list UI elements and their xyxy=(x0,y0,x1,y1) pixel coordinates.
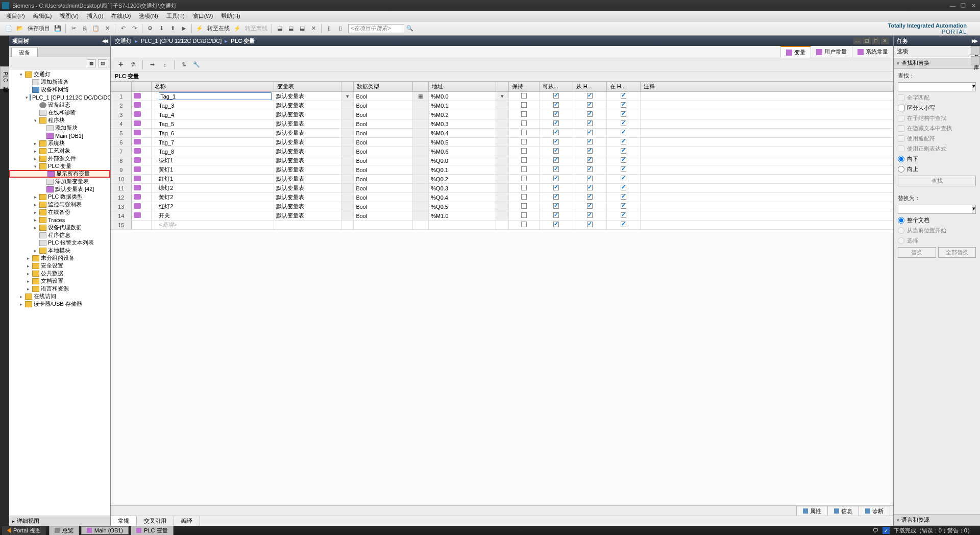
tree-item-1[interactable]: 添加新设备 xyxy=(9,78,110,86)
tree-item-16[interactable]: ▸PLC 数据类型 xyxy=(9,193,110,201)
accessible-cell[interactable] xyxy=(539,202,573,211)
go-online-icon[interactable]: ⚡ xyxy=(194,23,205,34)
tree-item-3[interactable]: ▾PLC_1 [CPU 1212C DC/DC/DC] xyxy=(9,93,110,101)
wildcard-checkbox[interactable] xyxy=(898,135,904,142)
datatype-dd-icon[interactable]: ▦ xyxy=(412,92,428,101)
comment-cell[interactable] xyxy=(640,129,893,138)
address-cell[interactable]: %M0.0 xyxy=(429,92,496,101)
tag-sort-icon[interactable]: ⇅ xyxy=(179,60,189,70)
detail-view-header[interactable]: 详细视图 xyxy=(9,516,110,526)
copy-icon[interactable]: ⎘ xyxy=(80,23,90,34)
address-dd-icon[interactable] xyxy=(496,156,509,165)
tree-item-21[interactable]: 程序信息 xyxy=(9,231,110,239)
table-dd-icon[interactable] xyxy=(341,138,354,147)
find-button[interactable]: 查找 xyxy=(898,176,976,186)
checkbox-icon[interactable] xyxy=(553,176,559,181)
datatype-dd-icon[interactable] xyxy=(412,175,428,184)
tree-item-14[interactable]: 添加新变量表 xyxy=(9,178,110,185)
comment-cell[interactable] xyxy=(640,92,893,101)
accessible-cell[interactable] xyxy=(539,175,573,184)
table-row[interactable]: 4Tag_5默认变量表Bool%M0.3 xyxy=(111,119,893,129)
tag-table-cell[interactable]: 默认变量表 xyxy=(274,92,341,101)
visible-cell[interactable] xyxy=(606,101,640,110)
checkbox-icon[interactable] xyxy=(521,176,527,181)
checkbox-icon[interactable] xyxy=(587,185,593,190)
tree-item-15[interactable]: 默认变量表 [42] xyxy=(9,185,110,193)
retain-cell[interactable] xyxy=(509,119,539,129)
checkbox-icon[interactable] xyxy=(521,157,527,163)
tool-icon-2[interactable]: ⬓ xyxy=(286,23,296,34)
retain-cell[interactable] xyxy=(509,110,539,119)
download-icon[interactable]: ⬇ xyxy=(156,23,166,34)
go-online-button[interactable]: 转至在线 xyxy=(207,25,230,32)
tag-name-cell[interactable]: Tag_3 xyxy=(152,101,274,110)
datatype-dd-icon[interactable] xyxy=(412,101,428,110)
tree-expand-icon[interactable]: ▤ xyxy=(98,59,107,67)
minimize-button[interactable]: — xyxy=(948,2,958,9)
ed-min-icon[interactable]: — xyxy=(853,37,862,44)
tag-table-cell[interactable]: 默认变量表 xyxy=(274,101,341,110)
tree-toggle-icon[interactable]: ▾ xyxy=(33,118,38,123)
accessible-cell[interactable] xyxy=(539,156,573,165)
split-icon-1[interactable]: ▯ xyxy=(324,23,334,34)
datatype-cell[interactable]: Bool xyxy=(354,101,413,110)
checkbox-icon[interactable] xyxy=(587,194,593,200)
retain-cell[interactable] xyxy=(509,202,539,211)
address-cell[interactable]: %Q0.2 xyxy=(429,175,496,184)
table-row[interactable]: 9黄灯1默认变量表Bool%Q0.1 xyxy=(111,165,893,175)
checkbox-icon[interactable] xyxy=(553,93,559,99)
checkbox-icon[interactable] xyxy=(521,111,527,117)
footer-tab-1[interactable]: 交叉引用 xyxy=(137,516,174,526)
checkbox-icon[interactable] xyxy=(587,157,593,163)
checkbox-icon[interactable] xyxy=(621,194,626,200)
retain-cell[interactable] xyxy=(509,138,539,147)
tree-toggle-icon[interactable]: ▾ xyxy=(26,95,28,100)
datatype-cell[interactable]: Bool xyxy=(354,202,413,211)
address-cell[interactable]: %Q0.5 xyxy=(429,202,496,211)
comment-cell[interactable] xyxy=(640,119,893,129)
tree-item-4[interactable]: 设备组态 xyxy=(9,101,110,109)
accessible-cell[interactable] xyxy=(539,147,573,156)
table-row[interactable]: 14开关默认变量表Bool%M1.0 xyxy=(111,211,893,221)
visible-cell[interactable] xyxy=(606,119,640,129)
accessible-cell[interactable] xyxy=(539,165,573,175)
go-offline-icon[interactable]: ⚡ xyxy=(232,23,242,34)
checkbox-icon[interactable] xyxy=(621,212,626,218)
datatype-cell[interactable]: Bool xyxy=(354,193,413,202)
table-dd-icon[interactable] xyxy=(341,202,354,211)
table-row[interactable]: 8绿灯1默认变量表Bool%Q0.0 xyxy=(111,156,893,165)
tree-item-26[interactable]: ▸公共数据 xyxy=(9,270,110,277)
address-cell[interactable]: %M0.5 xyxy=(429,138,496,147)
checkbox-icon[interactable] xyxy=(587,176,593,181)
datatype-dd-icon[interactable] xyxy=(412,119,428,129)
table-row[interactable]: 5Tag_6默认变量表Bool%M0.4 xyxy=(111,129,893,138)
tree-item-18[interactable]: ▸在线备份 xyxy=(9,208,110,216)
collapse-panel-icon[interactable]: ◀◀ xyxy=(102,38,107,43)
view-tab-2[interactable]: 系统常量 xyxy=(852,46,893,58)
checkbox-icon[interactable] xyxy=(587,139,593,144)
table-row[interactable]: 3Tag_4默认变量表Bool%M0.2 xyxy=(111,110,893,119)
tag-name-cell[interactable]: Tag_7 xyxy=(152,138,274,147)
tree-item-29[interactable]: ▸在线访问 xyxy=(9,293,110,300)
datatype-cell[interactable]: Bool xyxy=(354,165,413,175)
tool-icon-3[interactable]: ⬓ xyxy=(297,23,307,34)
checkbox-icon[interactable] xyxy=(553,203,559,209)
address-dd-icon[interactable] xyxy=(496,193,509,202)
dir-up-radio[interactable] xyxy=(898,166,904,173)
comment-cell[interactable] xyxy=(640,156,893,165)
project-tree[interactable]: ▾交通灯添加新设备设备和网络▾PLC_1 [CPU 1212C DC/DC/DC… xyxy=(9,69,110,516)
checkbox-icon[interactable] xyxy=(553,111,559,117)
tag-table-cell[interactable]: 默认变量表 xyxy=(274,211,341,221)
comment-cell[interactable] xyxy=(640,175,893,184)
checkbox-icon[interactable] xyxy=(587,212,593,218)
redo-icon[interactable]: ↷ xyxy=(129,23,139,34)
left-vertical-tab[interactable]: PLC 编程 xyxy=(0,66,9,89)
table-dd-icon[interactable] xyxy=(341,129,354,138)
accessible-cell[interactable] xyxy=(539,110,573,119)
tag-name-cell[interactable] xyxy=(152,92,274,101)
checkbox-icon[interactable] xyxy=(521,139,527,144)
menu-1[interactable]: 编辑(E) xyxy=(29,11,56,21)
tree-item-9[interactable]: ▸系统块 xyxy=(9,139,110,147)
checkbox-icon[interactable] xyxy=(521,120,527,126)
address-dd-icon[interactable] xyxy=(496,175,509,184)
